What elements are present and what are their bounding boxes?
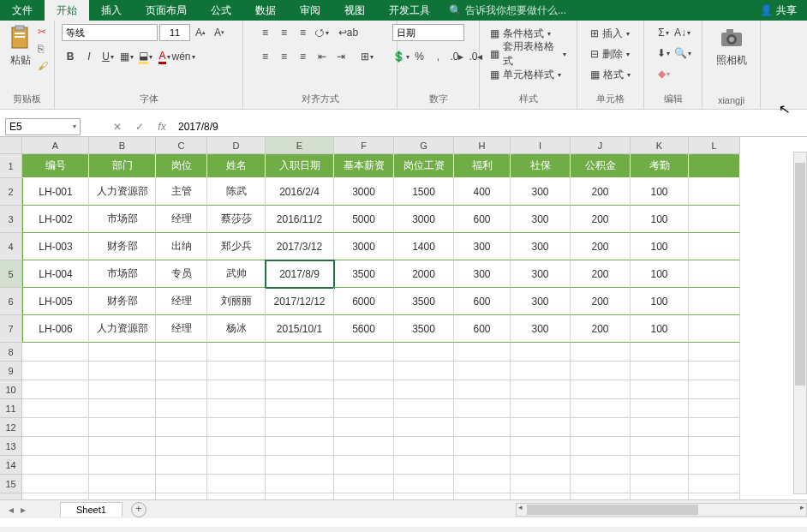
- vscroll-thumb[interactable]: [795, 163, 805, 386]
- cell[interactable]: 财务部: [89, 233, 156, 260]
- cell[interactable]: 经理: [156, 288, 207, 315]
- tab-file[interactable]: 文件: [0, 0, 45, 21]
- cell[interactable]: 蔡莎莎: [207, 206, 266, 233]
- cell[interactable]: 部门: [89, 154, 156, 178]
- cell[interactable]: [207, 418, 266, 437]
- cell[interactable]: 主管: [156, 178, 207, 206]
- cell[interactable]: [511, 475, 571, 493]
- cell[interactable]: 3000: [394, 206, 454, 233]
- cell[interactable]: 300: [511, 233, 571, 260]
- add-sheet-button[interactable]: +: [131, 502, 146, 517]
- cell[interactable]: 100: [631, 288, 689, 315]
- cell[interactable]: [22, 380, 89, 399]
- font-size-combo[interactable]: [159, 24, 190, 41]
- cell[interactable]: [156, 456, 207, 475]
- paste-button[interactable]: 粘贴: [7, 24, 34, 68]
- italic-button[interactable]: I: [81, 48, 98, 65]
- cell[interactable]: 400: [454, 178, 511, 206]
- wrap-text-button[interactable]: ↩ab: [332, 24, 365, 41]
- cell[interactable]: [22, 456, 89, 475]
- cell[interactable]: [266, 380, 334, 399]
- cell[interactable]: [571, 456, 631, 475]
- sheet-nav-next-icon[interactable]: ▸: [21, 504, 26, 516]
- cell[interactable]: 出纳: [156, 233, 207, 260]
- cell[interactable]: 100: [631, 206, 689, 233]
- cell[interactable]: [689, 399, 740, 418]
- border-button[interactable]: ▦: [118, 48, 135, 65]
- cell[interactable]: 经理: [156, 206, 207, 233]
- cell[interactable]: [394, 399, 454, 418]
- cell[interactable]: 经理: [156, 315, 207, 343]
- cell[interactable]: [511, 418, 571, 437]
- copy-icon[interactable]: ⎘: [38, 43, 48, 55]
- tab-insert[interactable]: 插入: [89, 0, 134, 21]
- row-header[interactable]: 4: [0, 233, 22, 260]
- cell[interactable]: [22, 475, 89, 493]
- cell[interactable]: LH-003: [22, 233, 89, 260]
- cell[interactable]: [631, 399, 689, 418]
- cell[interactable]: [689, 418, 740, 437]
- column-header[interactable]: I: [511, 137, 571, 154]
- cell[interactable]: [689, 233, 740, 260]
- cell-style-button[interactable]: ▦单元格样式▾: [487, 65, 565, 84]
- cell[interactable]: LH-006: [22, 315, 89, 343]
- cell[interactable]: [454, 456, 511, 475]
- accept-formula-button[interactable]: ✓: [129, 121, 151, 133]
- column-header[interactable]: D: [207, 137, 266, 154]
- cell[interactable]: 2016/2/4: [266, 178, 334, 206]
- tab-view[interactable]: 视图: [332, 0, 377, 21]
- format-cells-button[interactable]: ▦格式▾: [587, 65, 634, 84]
- row-header[interactable]: 11: [0, 399, 22, 418]
- cell[interactable]: 300: [511, 178, 571, 206]
- cell[interactable]: [89, 362, 156, 380]
- tell-me-search[interactable]: 🔍 告诉我你想要做什么...: [449, 3, 566, 18]
- align-left-button[interactable]: ≡: [257, 48, 274, 65]
- cell[interactable]: [511, 380, 571, 399]
- cell[interactable]: 1400: [394, 233, 454, 260]
- font-color-button[interactable]: A: [156, 48, 173, 65]
- percent-button[interactable]: %: [411, 48, 428, 65]
- cell[interactable]: [454, 399, 511, 418]
- cell[interactable]: 姓名: [207, 154, 266, 178]
- cell[interactable]: [266, 456, 334, 475]
- cell[interactable]: 杨冰: [207, 315, 266, 343]
- cell[interactable]: [334, 380, 394, 399]
- cell[interactable]: [511, 456, 571, 475]
- cell[interactable]: [454, 343, 511, 362]
- row-header[interactable]: 9: [0, 362, 22, 380]
- cell[interactable]: [511, 343, 571, 362]
- tab-data[interactable]: 数据: [243, 0, 288, 21]
- cell[interactable]: [689, 456, 740, 475]
- cell[interactable]: [207, 399, 266, 418]
- column-header[interactable]: H: [454, 137, 511, 154]
- select-all-corner[interactable]: [0, 137, 22, 154]
- autosum-button[interactable]: Σ: [655, 24, 672, 41]
- indent-decrease-button[interactable]: ⇤: [314, 48, 331, 65]
- cell[interactable]: [689, 437, 740, 456]
- cell[interactable]: [22, 399, 89, 418]
- cell[interactable]: [22, 418, 89, 437]
- row-header[interactable]: 7: [0, 315, 22, 343]
- cell[interactable]: [394, 475, 454, 493]
- cell[interactable]: [689, 260, 740, 288]
- cell[interactable]: [454, 475, 511, 493]
- column-header[interactable]: G: [394, 137, 454, 154]
- cell[interactable]: [334, 437, 394, 456]
- cell[interactable]: [454, 380, 511, 399]
- cell[interactable]: 200: [571, 260, 631, 288]
- cell[interactable]: [571, 418, 631, 437]
- row-header[interactable]: 3: [0, 206, 22, 233]
- cell[interactable]: 600: [454, 288, 511, 315]
- cell[interactable]: 300: [511, 260, 571, 288]
- cell[interactable]: [631, 437, 689, 456]
- cell[interactable]: [207, 437, 266, 456]
- share-button[interactable]: 👤 共享: [760, 3, 797, 18]
- insert-cells-button[interactable]: ⊞插入▾: [587, 24, 633, 43]
- column-header[interactable]: K: [631, 137, 689, 154]
- hscroll-left-icon[interactable]: ◂: [518, 503, 523, 511]
- cell[interactable]: [266, 399, 334, 418]
- tab-layout[interactable]: 页面布局: [134, 0, 199, 21]
- cell[interactable]: 入职日期: [266, 154, 334, 178]
- cell[interactable]: LH-002: [22, 206, 89, 233]
- cell[interactable]: [334, 343, 394, 362]
